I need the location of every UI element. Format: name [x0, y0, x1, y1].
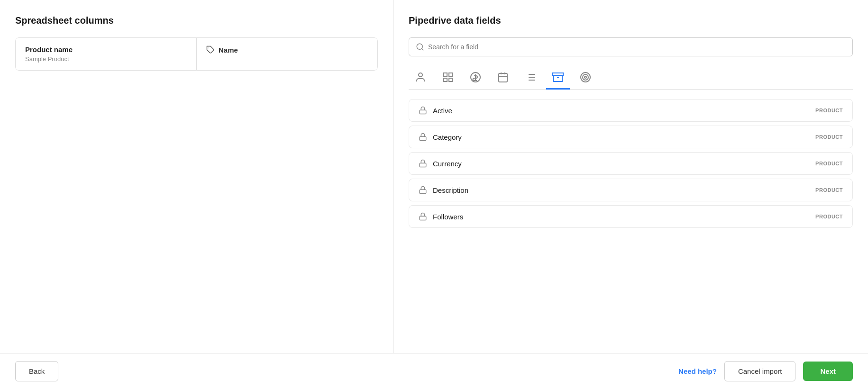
column-sample: Sample Product	[25, 55, 187, 63]
search-input[interactable]	[428, 43, 846, 51]
field-badge-description: PRODUCT	[815, 187, 843, 193]
svg-line-2	[421, 48, 423, 50]
left-panel-title: Spreadsheet columns	[15, 15, 378, 26]
need-help-button[interactable]: Need help?	[678, 367, 717, 375]
tab-grid[interactable]	[436, 66, 460, 90]
svg-point-22	[583, 74, 588, 80]
svg-point-3	[419, 73, 422, 77]
lock-icon	[419, 212, 427, 221]
lock-icon	[419, 186, 427, 194]
dollar-icon	[470, 72, 481, 83]
field-badge-category: PRODUCT	[815, 134, 843, 140]
grid-icon	[442, 72, 454, 83]
tab-target[interactable]	[574, 66, 597, 90]
svg-rect-7	[449, 78, 452, 81]
right-panel: Pipedrive data fields	[393, 0, 868, 353]
tag-icon	[206, 45, 215, 54]
column-header: Product name	[25, 45, 187, 54]
spreadsheet-column-cell: Product name Sample Product	[16, 38, 197, 70]
bottom-bar: Back Need help? Cancel import Next	[0, 353, 868, 389]
field-name-active: Active	[433, 107, 452, 115]
tab-list[interactable]	[519, 66, 542, 90]
calendar-icon	[497, 72, 509, 83]
lock-icon	[419, 106, 427, 115]
svg-rect-27	[420, 190, 426, 193]
column-mapping-row: Product name Sample Product Name	[15, 37, 378, 71]
icon-tabs	[409, 66, 853, 90]
field-item-category[interactable]: Category PRODUCT	[409, 126, 853, 148]
lock-icon	[419, 133, 427, 141]
tab-dollar[interactable]	[464, 66, 487, 90]
field-badge-active: PRODUCT	[815, 108, 843, 113]
search-icon	[416, 43, 424, 51]
svg-rect-5	[449, 73, 452, 76]
svg-rect-24	[420, 110, 426, 114]
field-list: Active PRODUCT Category PRODUCT	[409, 99, 853, 338]
field-badge-followers: PRODUCT	[815, 214, 843, 219]
target-icon	[580, 72, 591, 83]
mapped-field-cell: Name	[197, 38, 377, 70]
field-item-description[interactable]: Description PRODUCT	[409, 179, 853, 201]
svg-rect-28	[420, 216, 426, 220]
field-name-category: Category	[433, 133, 462, 141]
field-name-followers: Followers	[433, 213, 463, 221]
product-icon	[552, 72, 564, 83]
list-icon	[525, 72, 536, 83]
cancel-import-button[interactable]: Cancel import	[724, 361, 796, 381]
svg-rect-25	[420, 136, 426, 140]
tab-calendar[interactable]	[491, 66, 515, 90]
field-item-currency[interactable]: Currency PRODUCT	[409, 152, 853, 175]
svg-rect-26	[420, 163, 426, 167]
mapped-field-name: Name	[206, 45, 368, 54]
bottom-right-actions: Need help? Cancel import Next	[678, 361, 853, 381]
left-panel: Spreadsheet columns Product name Sample …	[0, 0, 393, 353]
field-item-followers[interactable]: Followers PRODUCT	[409, 205, 853, 228]
lock-icon	[419, 159, 427, 168]
svg-rect-6	[444, 78, 447, 81]
next-button[interactable]: Next	[803, 362, 853, 381]
svg-rect-19	[553, 73, 563, 75]
right-panel-title: Pipedrive data fields	[409, 15, 853, 26]
tab-person[interactable]	[409, 66, 432, 90]
field-name-currency: Currency	[433, 160, 462, 168]
back-button[interactable]: Back	[15, 361, 58, 381]
person-icon	[415, 72, 426, 83]
svg-rect-9	[499, 73, 507, 82]
field-name-description: Description	[433, 186, 468, 194]
tab-product[interactable]	[546, 66, 570, 90]
svg-point-23	[585, 76, 586, 78]
search-box[interactable]	[409, 37, 853, 56]
svg-rect-4	[444, 73, 447, 76]
field-badge-currency: PRODUCT	[815, 161, 843, 166]
field-item-active[interactable]: Active PRODUCT	[409, 99, 853, 122]
